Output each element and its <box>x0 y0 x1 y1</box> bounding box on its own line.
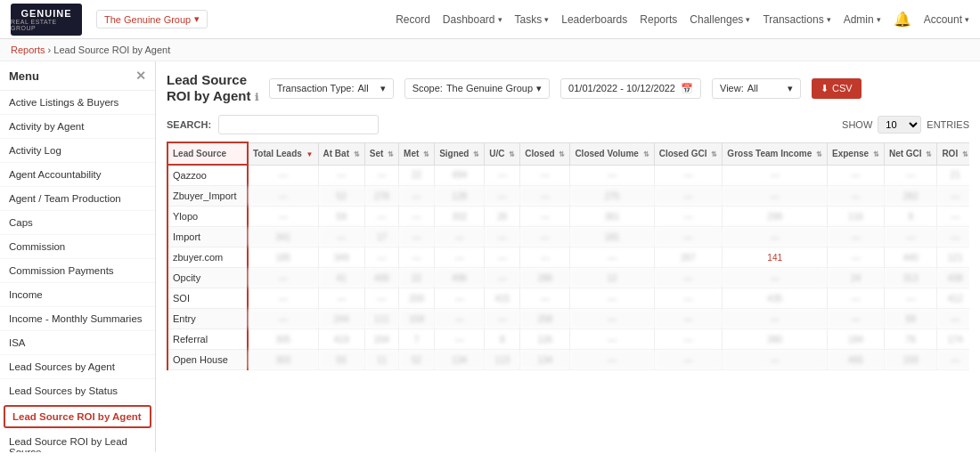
data-cell: — <box>364 247 398 268</box>
nav-challenges[interactable]: Challenges ▾ <box>690 13 750 26</box>
sort-icon: ⇅ <box>711 150 717 158</box>
data-cell: — <box>399 186 435 207</box>
nav-account[interactable]: Account ▾ <box>924 13 969 26</box>
data-cell: — <box>937 207 969 227</box>
data-cell: 361 <box>570 207 654 227</box>
group-selector[interactable]: The Genuine Group ▾ <box>96 10 208 28</box>
col-net-gci: Net GCI ⇅ <box>884 142 936 165</box>
nav-leaderboards[interactable]: Leaderboards <box>561 13 627 26</box>
logo-area: GENUINE REAL ESTATE GROUP <box>11 4 82 36</box>
data-cell: — <box>570 309 654 329</box>
nav-record[interactable]: Record <box>396 13 430 26</box>
data-cell: 22 <box>399 165 435 186</box>
lead-source-cell: zbuyer.com <box>167 247 248 268</box>
sidebar-item-activity-log[interactable]: Activity Log <box>0 139 155 163</box>
data-cell: 41 <box>318 268 364 288</box>
table-row: SOI———200—415———435——412382—294 <box>167 288 969 309</box>
sidebar-item-agent-team-production[interactable]: Agent / Team Production <box>0 187 155 211</box>
data-cell: 24 <box>828 268 885 288</box>
nav-transactions[interactable]: Transactions ▾ <box>763 13 830 26</box>
data-cell: 282 <box>884 186 936 207</box>
data-cell: 286 <box>520 268 570 288</box>
data-cell: — <box>248 207 318 227</box>
data-cell: 258 <box>520 309 570 329</box>
sidebar-item-agent-accountability[interactable]: Agent Accountability <box>0 163 155 187</box>
date-range-filter[interactable]: 01/01/2022 - 10/12/2022 📅 <box>560 78 701 99</box>
nav-links: Record Dashboard ▾ Tasks ▾ Leaderboards … <box>396 11 969 28</box>
data-cell: — <box>435 247 485 268</box>
close-icon[interactable]: ✕ <box>135 69 146 83</box>
chevron-down-icon: ▾ <box>877 15 881 24</box>
table-row: Qazzoo———22494———————2142473— <box>167 165 969 186</box>
data-cell: — <box>485 309 520 329</box>
data-cell: — <box>520 247 570 268</box>
sidebar-item-income[interactable]: Income <box>0 283 155 307</box>
data-cell: — <box>570 288 654 309</box>
nav-admin[interactable]: Admin ▾ <box>844 13 881 26</box>
data-cell: 465 <box>828 350 885 370</box>
sidebar-item-activity-by-agent[interactable]: Activity by Agent <box>0 115 155 139</box>
sidebar-item-active-listings[interactable]: Active Listings & Buyers <box>0 91 155 115</box>
col-gross-team-income: Gross Team Income ⇅ <box>723 142 828 165</box>
main-layout: Menu ✕ Active Listings & Buyers Activity… <box>0 61 980 452</box>
lead-source-cell: Ylopo <box>167 207 248 227</box>
data-cell: — <box>364 288 398 309</box>
data-cell: 59 <box>318 207 364 227</box>
data-cell: — <box>654 309 723 329</box>
col-met: Met ⇅ <box>399 142 435 165</box>
chevron-down-icon: ▾ <box>498 15 502 24</box>
sidebar-item-lead-sources-by-status[interactable]: Lead Sources by Status <box>0 379 155 403</box>
search-input[interactable] <box>218 115 379 134</box>
sidebar-item-lead-sources-by-agent[interactable]: Lead Sources by Agent <box>0 355 155 379</box>
scope-filter[interactable]: Scope: The Genuine Group ▾ <box>404 78 550 99</box>
sidebar-item-caps[interactable]: Caps <box>0 211 155 235</box>
top-navigation: GENUINE REAL ESTATE GROUP The Genuine Gr… <box>0 0 980 39</box>
notification-bell-icon[interactable]: 🔔 <box>894 11 911 28</box>
data-cell: — <box>828 227 885 247</box>
data-cell: — <box>937 227 969 247</box>
chevron-down-icon: ▾ <box>380 83 386 94</box>
data-cell: 415 <box>485 288 520 309</box>
transaction-type-value: All <box>357 83 368 93</box>
sidebar-item-commission-payments[interactable]: Commission Payments <box>0 259 155 283</box>
data-cell: — <box>828 309 885 329</box>
table-row: Opcity—4140022496—28612——24313438261—44 <box>167 268 969 288</box>
data-cell: 111 <box>364 309 398 329</box>
transaction-type-filter[interactable]: Transaction Type: All ▾ <box>269 78 394 99</box>
sort-icon: ⇅ <box>423 150 429 158</box>
data-cell: 278 <box>364 186 398 207</box>
data-cell: 134 <box>435 350 485 370</box>
lead-source-cell: SOI <box>167 288 248 309</box>
data-cell: 76 <box>884 329 936 350</box>
data-cell: 305 <box>248 329 318 350</box>
content-area: Lead SourceROI by Agent ℹ Transaction Ty… <box>156 61 980 452</box>
data-table: Lead Source Total Leads ▼ At Bat ⇅ Set <box>167 142 969 370</box>
lead-source-cell: Referral <box>167 329 248 350</box>
info-icon[interactable]: ℹ <box>255 92 258 102</box>
sidebar-item-lead-source-roi-lead-source[interactable]: Lead Source ROI by Lead Source <box>0 430 155 452</box>
data-cell: — <box>435 329 485 350</box>
csv-button[interactable]: ⬇ CSV <box>812 78 862 99</box>
nav-tasks[interactable]: Tasks ▾ <box>515 13 550 26</box>
breadcrumb-parent[interactable]: Reports <box>11 45 45 55</box>
sidebar-item-commission[interactable]: Commission <box>0 235 155 259</box>
sidebar-item-lead-source-roi-agent[interactable]: Lead Source ROI by Agent <box>4 405 151 428</box>
sidebar-item-isa[interactable]: ISA <box>0 331 155 355</box>
data-cell: — <box>520 165 570 186</box>
view-filter[interactable]: View: All ▾ <box>712 78 801 99</box>
transaction-type-label: Transaction Type: <box>277 83 355 93</box>
data-cell: 184 <box>828 329 885 350</box>
sidebar: Menu ✕ Active Listings & Buyers Activity… <box>0 61 156 452</box>
entries-select[interactable]: 10 25 50 100 <box>878 116 921 134</box>
data-cell: — <box>520 207 570 227</box>
sidebar-item-income-monthly[interactable]: Income - Monthly Summaries <box>0 307 155 331</box>
data-cell: 438 <box>937 268 969 288</box>
sidebar-header: Menu ✕ <box>0 61 155 91</box>
data-cell: 55 <box>318 350 364 370</box>
nav-reports[interactable]: Reports <box>640 13 677 26</box>
view-label: View: <box>720 83 744 93</box>
data-cell: 17 <box>364 227 398 247</box>
data-cell: — <box>485 227 520 247</box>
data-cell: 159 <box>884 350 936 370</box>
nav-dashboard[interactable]: Dashboard ▾ <box>443 13 502 26</box>
